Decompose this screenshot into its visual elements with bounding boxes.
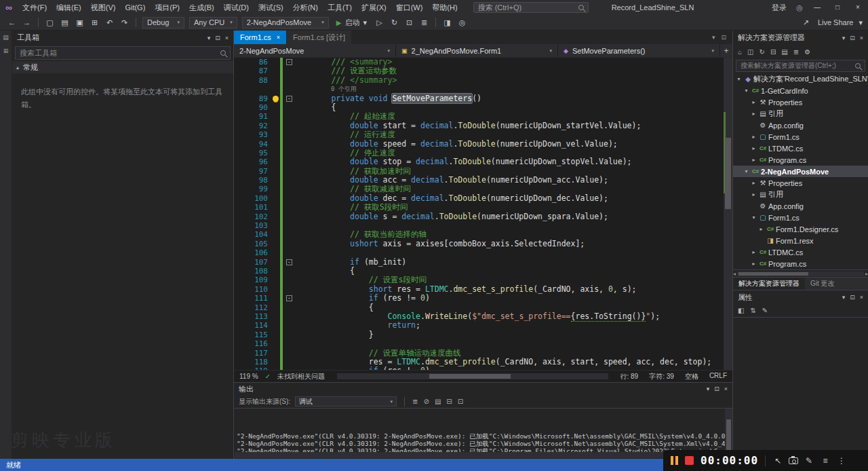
find-in-files-icon[interactable]: ◨ <box>441 18 454 27</box>
menu-item-13[interactable]: 帮助(H) <box>427 0 462 15</box>
expander-icon[interactable]: ▾ <box>735 76 743 82</box>
quick-search-input[interactable]: 搜索 (Ctrl+Q) <box>473 2 589 13</box>
scrollbar-thumb[interactable] <box>725 138 731 209</box>
menu-item-6[interactable]: 生成(B) <box>184 0 219 15</box>
more-icon[interactable]: ⋮ <box>836 456 847 466</box>
pin-icon[interactable]: ⊡ <box>850 35 855 41</box>
pin-icon[interactable]: ⊡ <box>215 35 220 41</box>
startup-project-dropdown[interactable]: 2-NegAndPosMove▾ <box>242 17 329 29</box>
expander-icon[interactable]: ▸ <box>750 191 757 197</box>
expander-icon[interactable]: ▸ <box>750 134 757 140</box>
property-pages-icon[interactable]: ✎ <box>762 307 768 314</box>
properties-header[interactable]: 属性 ▾⊡× <box>733 290 868 304</box>
menu-item-4[interactable]: Git(G) <box>120 0 150 15</box>
document-tab-1[interactable]: Form1.cs× <box>234 31 286 44</box>
tree-item-引用[interactable]: ▸▤引用 <box>733 108 868 119</box>
switch-views-icon[interactable]: ◫ <box>747 48 753 56</box>
breadcrumb-1[interactable]: 2-NegAndPosMove▾ <box>234 44 396 57</box>
problems-status[interactable]: 未找到相关问题 <box>277 372 325 381</box>
tree-item-Form1.Designer.cs[interactable]: ▸C#Form1.Designer.cs <box>733 223 868 235</box>
minimize-button[interactable]: — <box>807 0 827 15</box>
output-horizontal-scrollbar[interactable] <box>235 452 732 458</box>
menu-item-2[interactable]: 编辑(E) <box>52 0 86 15</box>
pause-button[interactable] <box>671 456 678 465</box>
tree-item-Form1.resx[interactable]: ◨Form1.resx <box>733 235 868 246</box>
editor-vertical-scrollbar[interactable] <box>724 58 732 370</box>
tree-item-引用[interactable]: ▸▤引用 <box>733 189 868 200</box>
hot-reload-icon[interactable]: ↻ <box>388 18 401 27</box>
expander-icon[interactable]: ▸ <box>750 157 757 163</box>
show-all-files-icon[interactable]: ▤ <box>781 48 787 56</box>
view-code-icon[interactable]: ≣ <box>793 48 799 56</box>
collapse-region-icon[interactable]: - <box>286 59 292 65</box>
nav-forward-icon[interactable]: → <box>20 18 33 26</box>
close-icon[interactable]: × <box>724 385 728 392</box>
expander-icon[interactable]: ▾ <box>750 214 757 221</box>
pin-icon[interactable]: ⊡ <box>714 385 719 392</box>
tree-item-1-GetCardInfo[interactable]: ▾C#1-GetCardInfo <box>733 85 868 96</box>
find-message-icon[interactable]: ≣ <box>412 398 418 405</box>
expander-icon[interactable]: ▸ <box>757 226 765 232</box>
redo-icon[interactable]: ↷ <box>118 18 131 27</box>
expander-icon[interactable]: ▸ <box>750 99 757 105</box>
pin-output-icon[interactable]: ⊡ <box>458 398 463 405</box>
code-editor[interactable]: 86- /// <summary>87 /// 设置运动参数88 /// </s… <box>234 58 732 370</box>
menu-item-11[interactable]: 扩展(X) <box>357 0 391 15</box>
solution-explorer-header[interactable]: 解决方案资源管理器 ▾⊡× <box>733 31 868 45</box>
step-commands-icon[interactable]: ≣ <box>418 18 431 27</box>
menu-item-7[interactable]: 调试(D) <box>219 0 254 15</box>
scroll-right-icon[interactable]: ▸ <box>865 271 868 277</box>
start-without-debugging-icon[interactable]: ▷ <box>373 18 386 27</box>
tree-item-Program.cs[interactable]: ▸C#Program.cs <box>733 154 868 166</box>
breadcrumb-3[interactable]: ◆SetMoveParameters()▾ <box>558 44 720 57</box>
menu-item-1[interactable]: 文件(F) <box>18 0 52 15</box>
close-icon[interactable]: × <box>860 294 863 301</box>
output-header[interactable]: 输出 ▾⊡× <box>234 383 732 395</box>
breadcrumb-2[interactable]: ▣2_NegAndPosMove.Form1▾ <box>396 44 558 57</box>
tree-item-解决方案'Record_LeadShine_SLN'(2 个项目)[interactable]: ▾◆解决方案'Record_LeadShine_SLN'(2 个项目) <box>733 73 868 85</box>
close-button[interactable]: × <box>848 0 868 15</box>
menu-item-3[interactable]: 视图(V) <box>86 0 121 15</box>
document-tab-2[interactable]: Form1.cs [设计] <box>287 31 351 44</box>
feedback-icon[interactable]: ◎ <box>456 18 469 27</box>
clear-all-icon[interactable]: ⊘ <box>424 398 429 405</box>
scrollbar-thumb[interactable] <box>726 419 731 451</box>
tool-tab-1[interactable]: 解决方案资源管理器 <box>733 278 805 290</box>
home-icon[interactable]: ⌂ <box>738 48 742 56</box>
expander-icon[interactable]: ▸ <box>750 261 757 267</box>
chevron-down-icon[interactable]: ▾ <box>707 385 710 392</box>
properties-icon[interactable]: ⚙ <box>804 48 810 56</box>
tree-item-Properties[interactable]: ▸⚒Properties <box>733 177 868 189</box>
server-explorer-icon[interactable]: ▤ <box>3 34 9 41</box>
tree-item-Properties[interactable]: ▸⚒Properties <box>733 96 868 108</box>
tree-item-Form1.cs[interactable]: ▸▢Form1.cs <box>733 131 868 143</box>
indent-mode[interactable]: 空格 <box>685 372 698 381</box>
output-source-dropdown[interactable]: 调试 ▾ <box>295 396 397 407</box>
save-all-icon[interactable]: ⊞ <box>88 18 101 27</box>
tree-horizontal-scrollbar[interactable]: ◂ ▸ <box>733 269 868 277</box>
output-vertical-scrollbar[interactable] <box>725 409 732 452</box>
settings-icon[interactable]: ≡ <box>820 456 831 466</box>
break-all-icon[interactable]: ⊡ <box>403 18 416 27</box>
save-icon[interactable]: ▣ <box>73 18 86 27</box>
editor-horizontal-scrollbar[interactable] <box>337 373 608 379</box>
maximize-button[interactable]: □ <box>827 0 848 15</box>
start-debugging-button[interactable]: ▶启动▾ <box>332 18 371 28</box>
add-editor-pane-button[interactable]: + <box>720 44 732 57</box>
categorized-icon[interactable]: ◧ <box>738 307 744 314</box>
solution-explorer-search-input[interactable]: 搜索解决方案资源管理器(Ctrl+;) <box>736 60 865 72</box>
expander-icon[interactable]: ▾ <box>743 88 750 94</box>
open-file-icon[interactable]: ▤ <box>58 18 71 27</box>
pointer-icon[interactable]: ↖ <box>772 456 783 466</box>
scroll-left-icon[interactable]: ◂ <box>733 271 736 277</box>
notifications-icon[interactable]: ◎ <box>793 3 806 12</box>
collapse-all-icon[interactable]: ⊟ <box>770 48 776 56</box>
undo-icon[interactable]: ↶ <box>103 18 116 27</box>
tree-item-Program.cs[interactable]: ▸C#Program.cs <box>733 258 868 269</box>
collapse-region-icon[interactable]: - <box>286 295 292 301</box>
scrollbar-thumb[interactable] <box>738 272 808 276</box>
alphabetical-icon[interactable]: ⇅ <box>750 307 755 314</box>
toolbox-header[interactable]: 工具箱 ▾⊡× <box>12 31 233 45</box>
close-tab-icon[interactable]: × <box>277 34 280 41</box>
collapse-icon[interactable]: ⊟ <box>446 398 452 405</box>
